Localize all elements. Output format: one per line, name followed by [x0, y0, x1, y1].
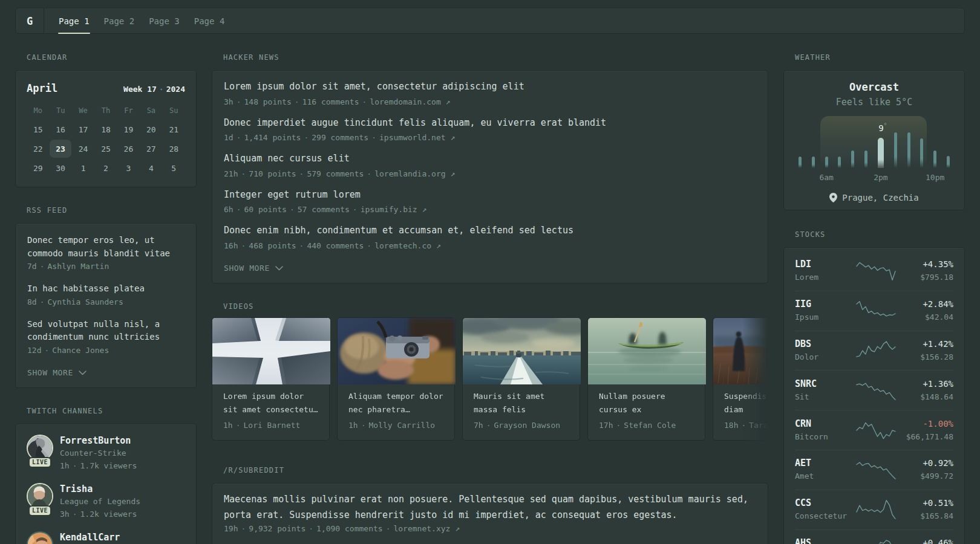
hackernews-item[interactable]: Aliquam nec cursus elit21h·710 points·57…	[224, 152, 756, 180]
reddit-post-title[interactable]: Maecenas mollis pulvinar erat non posuer…	[224, 491, 756, 523]
rss-item[interactable]: Donec tempor eros leo, ut commodo mauris…	[27, 234, 185, 273]
calendar-day[interactable]: 2	[94, 158, 117, 178]
calendar-day[interactable]: 28	[163, 139, 185, 158]
rss-item-title[interactable]: Donec tempor eros leo, ut commodo mauris…	[27, 234, 185, 260]
external-link[interactable]: loremnet.xyz ↗	[393, 524, 460, 533]
stock-ticker[interactable]: CCS	[795, 496, 854, 510]
stock-change: +0.46%	[898, 536, 953, 544]
hackernews-item-title[interactable]: Donec enim nibh, condimentum et accumsan…	[224, 224, 756, 238]
calendar-day[interactable]: 24	[72, 139, 94, 158]
hackernews-item-title[interactable]: Aliquam nec cursus elit	[224, 152, 756, 166]
calendar-day[interactable]: 15	[27, 120, 49, 139]
video-title[interactable]: Nullam posuerecursus ex	[599, 390, 694, 416]
video-title[interactable]: Lorem ipsum dolorsit amet consectetu…	[223, 390, 318, 416]
rss-item[interactable]: In hac habitasse platea8d·Cynthia Saunde…	[27, 282, 185, 308]
hackernews-item[interactable]: Donec imperdiet augue tincidunt felis al…	[224, 116, 756, 144]
video-title[interactable]: Aliquam tempor dolornec pharetra…	[348, 390, 443, 416]
stock-ticker[interactable]: SNRC	[795, 377, 854, 390]
video-thumbnail-hands-holding-camera[interactable]	[338, 318, 456, 384]
video-title[interactable]: Suspendissediam	[724, 390, 768, 416]
hackernews-item-title[interactable]: Lorem ipsum dolor sit amet, consectetur …	[224, 80, 756, 94]
video-title[interactable]: Mauris sit ametmassa felis	[474, 390, 569, 416]
video-card[interactable]: Nullam posuerecursus ex17h·Stefan Cole	[587, 317, 705, 441]
stock-row[interactable]: CCSConsectetur+0.51%$165.84	[795, 490, 953, 529]
calendar-day[interactable]: 20	[140, 120, 162, 139]
tab-page-2[interactable]: Page 2	[104, 8, 135, 33]
weather-temp-label: 9°	[878, 122, 883, 133]
external-link[interactable]: ipsumworld.net ↗	[379, 133, 455, 142]
stock-ticker[interactable]: IIG	[795, 297, 854, 311]
stock-ticker[interactable]: AET	[795, 456, 854, 470]
twitch-channel-name[interactable]: KendallCarr	[60, 533, 120, 543]
rss-widget: RSS Feed Donec tempor eros leo, ut commo…	[15, 206, 197, 388]
tab-page-3[interactable]: Page 3	[149, 8, 180, 33]
twitch-channel-game[interactable]: Counter-Strike	[60, 446, 137, 460]
stock-row[interactable]: IIGIpsum+2.84%$42.04	[795, 291, 953, 331]
rss-show-more[interactable]: SHOW MORE	[27, 366, 185, 379]
video-thumbnail-concrete-cross-sky[interactable]	[212, 318, 330, 384]
calendar-day[interactable]: 26	[117, 139, 140, 158]
hackernews-item[interactable]: Integer eget rutrum lorem6h·60 points·57…	[224, 188, 756, 216]
calendar-day[interactable]: 5	[163, 158, 185, 178]
stock-row[interactable]: AHS+0.46%	[795, 529, 953, 544]
calendar-day[interactable]: 22	[27, 139, 49, 158]
calendar-day[interactable]: 3	[117, 158, 140, 178]
twitch-channel-row[interactable]: LIVETrishaLeague of Legends3h·1.2k viewe…	[27, 483, 185, 520]
twitch-channel-row[interactable]: KendallCarr	[27, 531, 185, 544]
calendar-day-number: 29	[27, 159, 49, 177]
hackernews-item[interactable]: Lorem ipsum dolor sit amet, consectetur …	[224, 80, 756, 108]
video-card[interactable]: Mauris sit ametmassa felis7h·Grayson Daw…	[462, 317, 580, 441]
stock-values: +0.92%$499.72	[898, 456, 953, 483]
rss-item-title[interactable]: In hac habitasse platea	[27, 282, 185, 296]
stock-info: AETAmet	[795, 456, 854, 483]
calendar-day[interactable]: 27	[140, 139, 162, 158]
video-card[interactable]: Lorem ipsum dolorsit amet consectetu…1h·…	[212, 317, 330, 441]
calendar-day[interactable]: 1	[72, 158, 94, 178]
video-card[interactable]: Aliquam tempor dolornec pharetra…1h·Moll…	[337, 317, 455, 441]
stock-ticker[interactable]: LDI	[795, 257, 854, 271]
twitch-channel-name[interactable]: Trisha	[60, 484, 140, 494]
tab-page-1[interactable]: Page 1	[59, 8, 90, 33]
twitch-widget: Twitch channels LIVEForrestBurtonCounter…	[15, 406, 197, 544]
calendar-day-selected[interactable]: 23	[49, 139, 71, 158]
video-thumbnail-foggy-field-silhouette[interactable]	[713, 318, 768, 384]
stock-row[interactable]: DBSDolor+1.42%$156.28	[795, 331, 953, 371]
twitch-channel-row[interactable]: LIVEForrestBurtonCounter-Strike1h·1.7k v…	[27, 435, 185, 471]
video-card[interactable]: Suspendissediam18h·Tara Walsh	[713, 317, 768, 441]
hackernews-item-title[interactable]: Donec imperdiet augue tincidunt felis al…	[224, 116, 756, 130]
stock-ticker[interactable]: DBS	[795, 337, 854, 351]
tab-page-4[interactable]: Page 4	[194, 8, 225, 33]
calendar-day[interactable]: 16	[49, 120, 71, 139]
calendar-day[interactable]: 19	[117, 120, 140, 139]
hackernews-item[interactable]: Donec enim nibh, condimentum et accumsan…	[224, 224, 756, 252]
rss-item[interactable]: Sed volutpat nulla nisl, a condimentum n…	[27, 318, 185, 357]
rss-item-title[interactable]: Sed volutpat nulla nisl, a condimentum n…	[27, 318, 185, 344]
twitch-channel-game[interactable]: League of Legends	[60, 494, 140, 508]
stock-ticker[interactable]: CRN	[795, 417, 854, 430]
external-link[interactable]: loremtech.co ↗	[374, 241, 441, 250]
calendar-day[interactable]: 4	[140, 158, 162, 178]
calendar-day[interactable]: 30	[49, 158, 71, 178]
stock-row[interactable]: AETAmet+0.92%$499.72	[795, 450, 953, 490]
calendar-day[interactable]: 29	[27, 158, 49, 178]
video-thumbnail-canoe-on-misty-lake[interactable]	[588, 318, 706, 384]
calendar-day[interactable]: 25	[94, 139, 117, 158]
calendar-day[interactable]: 18	[94, 120, 117, 139]
stock-row[interactable]: CRNBitcorn-1.00%$66,171.48	[795, 410, 953, 450]
weather-location[interactable]: Prague, Czechia	[784, 193, 964, 202]
stock-row[interactable]: LDILorem+4.35%$795.18	[795, 251, 953, 291]
calendar-day[interactable]: 17	[72, 120, 94, 139]
hackernews-item-title[interactable]: Integer eget rutrum lorem	[224, 188, 756, 202]
calendar-day[interactable]: 21	[163, 120, 185, 139]
hackernews-show-more[interactable]: SHOW MORE	[224, 262, 756, 274]
external-link[interactable]: loremlandia.org ↗	[374, 169, 455, 178]
page-tabs: Page 1Page 2Page 3Page 4	[59, 8, 224, 33]
stock-row[interactable]: SNRCSit+1.36%$148.64	[795, 370, 953, 410]
separator-dot: ·	[241, 241, 246, 250]
stock-ticker[interactable]: AHS	[795, 536, 854, 544]
video-thumbnail-sea-boat-wake-skyline[interactable]	[463, 318, 581, 384]
external-link[interactable]: loremdomain.com ↗	[370, 97, 450, 106]
stock-values: +1.36%$148.64	[898, 377, 953, 404]
external-link[interactable]: ipsumify.biz ↗	[361, 205, 427, 214]
twitch-channel-name[interactable]: ForrestBurton	[60, 436, 137, 446]
